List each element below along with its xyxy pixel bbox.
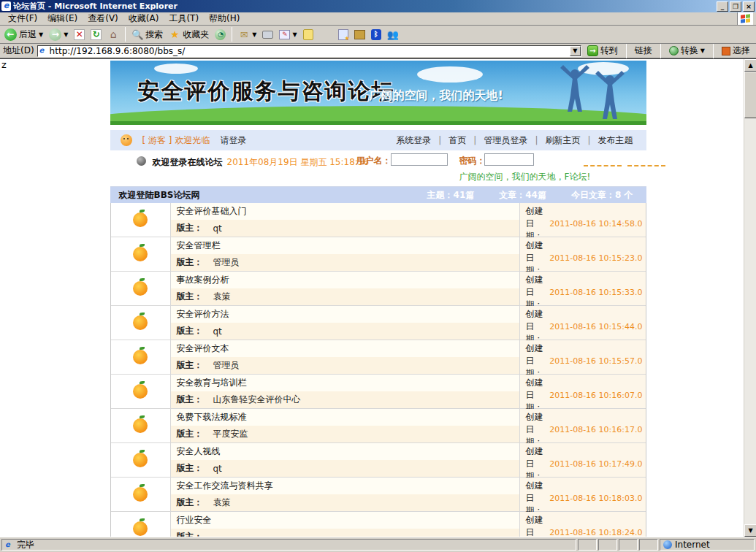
history-icon: ◔ xyxy=(215,29,226,40)
moderator-label: 版主： xyxy=(177,291,203,303)
scroll-down-icon[interactable]: ▼ xyxy=(744,524,756,537)
menu-edit[interactable]: 编辑(E) xyxy=(42,12,83,26)
discuss-button[interactable] xyxy=(301,26,316,42)
forum-meta-cell: 创建日期： 2011-08-16 10:14:58.0 今日主题数： 3 xyxy=(520,203,646,237)
bluetooth-icon: ᛒ xyxy=(371,29,381,40)
address-input[interactable]: e http://192.168.9.6:8080/bbs_s/ ▼ xyxy=(37,45,581,57)
moderator-label: 版主： xyxy=(177,497,203,509)
moderator-name[interactable]: 袁策 xyxy=(213,291,231,303)
edit-button[interactable]: ✎ ▼ xyxy=(277,26,299,42)
media-button[interactable] xyxy=(352,26,367,42)
menu-favorites[interactable]: 收藏(A) xyxy=(123,12,164,26)
moderator-name[interactable]: 袁策 xyxy=(213,497,231,509)
moderator-name[interactable]: 管理员 xyxy=(213,256,240,269)
forum-meta-cell: 创建日期： 2011-08-16 10:16:17.0 今日主题数： 3 xyxy=(520,409,646,442)
nav-link-system-login[interactable]: 系统登录 xyxy=(393,134,434,147)
moderator-name[interactable]: qt xyxy=(213,223,222,234)
forum-title-link[interactable]: 安全评价方法 xyxy=(177,308,229,321)
nav-link-refresh[interactable]: 刷新主页 xyxy=(542,134,583,147)
convert-button[interactable]: 转换 ▼ xyxy=(666,45,708,57)
login-prompt-link[interactable]: 请登录 xyxy=(221,134,247,147)
scroll-up-icon[interactable]: ▲ xyxy=(744,59,756,72)
select-button[interactable]: 选择 xyxy=(719,45,753,57)
jumping-figures-icon xyxy=(553,64,633,122)
stop-button[interactable]: ✕ xyxy=(72,26,87,42)
address-dropdown-icon[interactable]: ▼ xyxy=(570,46,581,56)
menu-help[interactable]: 帮助(H) xyxy=(204,12,245,26)
username-input[interactable] xyxy=(391,153,448,166)
title-bar: e 论坛首页 - Microsoft Internet Explorer _ ❐… xyxy=(0,0,756,12)
forum-title-link[interactable]: 安全管理栏 xyxy=(177,239,221,252)
password-input[interactable] xyxy=(484,153,534,166)
moderator-name[interactable]: 山东鲁轻安全评价中心 xyxy=(213,394,301,406)
back-icon: ← xyxy=(4,28,17,41)
nav-link-admin-login[interactable]: 管理员登录 xyxy=(481,134,530,147)
go-button[interactable]: → 转到 xyxy=(584,45,621,57)
moderator-name[interactable]: qt xyxy=(213,326,222,337)
standard-toolbar: ← 后退 ▼ → ▼ ✕ ↻ ⌂ 🔍 搜索 ★ 收藏夹 ◔ ✉ ▼ ✎ ▼ xyxy=(0,26,756,44)
forum-title-link[interactable]: 安全教育与培训栏 xyxy=(177,377,247,389)
menu-view[interactable]: 查看(V) xyxy=(83,12,123,26)
edit-dropdown-icon[interactable]: ▼ xyxy=(292,31,297,38)
refresh-button[interactable]: ↻ xyxy=(88,26,104,42)
minimize-button[interactable]: _ xyxy=(717,1,728,12)
forum-title-link[interactable]: 事故案例分析 xyxy=(177,274,229,286)
messenger-button[interactable]: 👥 xyxy=(385,26,401,42)
menu-tools[interactable]: 工具(T) xyxy=(164,12,204,26)
scrollbar-thumb[interactable] xyxy=(744,72,756,118)
close-button[interactable]: × xyxy=(743,1,755,12)
address-separator xyxy=(626,44,627,58)
favorites-button[interactable]: ★ 收藏夹 xyxy=(167,26,211,42)
mail-button[interactable]: ✉ ▼ xyxy=(236,26,259,42)
page-content: z xyxy=(0,58,756,537)
moderator-name[interactable]: 平度安监 xyxy=(213,428,248,440)
forum-title-link[interactable]: 免费下载法规标准 xyxy=(177,411,247,423)
forum-title-link[interactable]: 安全评价文本 xyxy=(177,342,229,355)
moderator-label: 版主： xyxy=(177,256,203,269)
moderator-name[interactable]: 管理员 xyxy=(213,359,240,372)
print-icon xyxy=(262,31,273,39)
status-pane xyxy=(639,539,658,551)
forward-dropdown-icon[interactable]: ▼ xyxy=(64,31,68,38)
forum-meta-cell: 创建日期： 2011-08-16 10:15:33.0 今日主题数： 4 xyxy=(520,272,646,305)
forum-title-link[interactable]: 安全评价基础入门 xyxy=(177,205,247,218)
table-row: 事故案例分析 版主： 袁策 创建日期： 2011-08-16 10:15:33.… xyxy=(111,272,646,306)
vertical-scrollbar[interactable]: ▲ ▼ xyxy=(744,59,756,537)
mail-dropdown-icon[interactable]: ▼ xyxy=(252,31,256,38)
nav-link-post-topic[interactable]: 发布主题 xyxy=(595,134,636,147)
history-button[interactable]: ◔ xyxy=(213,26,228,42)
search-button[interactable]: 🔍 搜索 xyxy=(129,26,165,42)
bluetooth-button[interactable]: ᛒ xyxy=(369,26,383,42)
back-button[interactable]: ← 后退 ▼ xyxy=(2,26,45,42)
forum-icon-cell xyxy=(111,237,171,271)
restore-button[interactable]: ❐ xyxy=(730,1,741,12)
home-button[interactable]: ⌂ xyxy=(105,26,121,42)
password-label: 密码： xyxy=(459,155,486,167)
banner-title: 安全评价服务与咨询论坛 xyxy=(138,77,395,107)
moderator-label: 版主： xyxy=(177,462,203,475)
stray-text: z xyxy=(1,59,7,70)
forum-title-link[interactable]: 安全工作交流与资料共享 xyxy=(177,480,273,492)
forum-icon-cell xyxy=(111,340,171,374)
status-pane xyxy=(619,539,638,551)
stat-articles: 文章：44篇 xyxy=(499,189,546,202)
forum-title-link[interactable]: 行业安全 xyxy=(177,514,212,526)
print-button[interactable] xyxy=(260,26,275,42)
forum-main-cell: 安全评价文本 版主： 管理员 xyxy=(171,340,520,374)
nav-link-home[interactable]: 首页 xyxy=(446,134,469,147)
address-url[interactable]: http://192.168.9.6:8080/bbs_s/ xyxy=(50,46,568,56)
orange-icon xyxy=(133,281,148,296)
links-button[interactable]: 链接 xyxy=(632,45,655,57)
forum-title-link[interactable]: 安全人视线 xyxy=(177,445,221,458)
research-button[interactable] xyxy=(336,26,351,42)
forum-meta-cell: 创建日期： 2011-08-16 10:18:03.0 今日主题数： 3 xyxy=(520,478,646,511)
menu-file[interactable]: 文件(F) xyxy=(3,12,42,26)
moderator-name[interactable]: qt xyxy=(213,464,222,474)
back-dropdown-icon[interactable]: ▼ xyxy=(39,31,43,38)
status-pane xyxy=(598,539,617,551)
board-header: 欢迎登陆BBS论坛网 主题：41篇 文章：44篇 今日文章：8 个 xyxy=(110,187,646,203)
forum-icon-cell xyxy=(111,203,171,237)
dashed-links[interactable] xyxy=(584,164,665,166)
forward-button[interactable]: → ▼ xyxy=(47,26,70,42)
convert-dropdown-icon[interactable]: ▼ xyxy=(700,47,705,54)
